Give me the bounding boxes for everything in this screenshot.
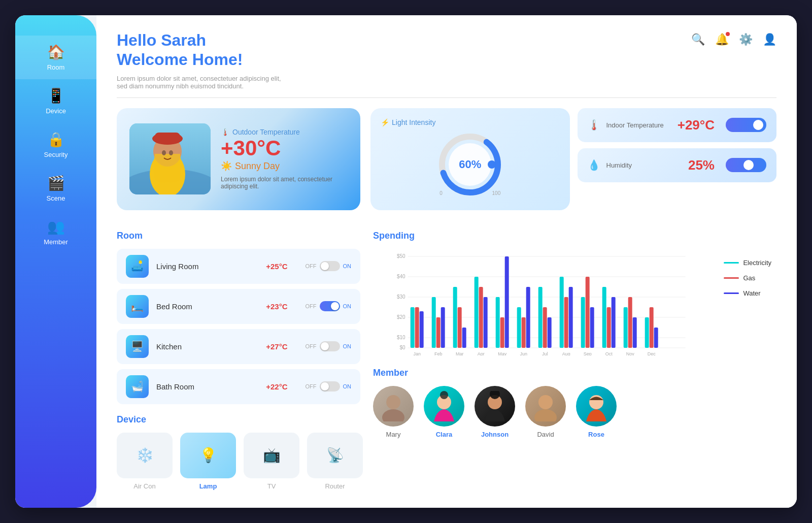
header: Hello Sarah Welcome Home! 🔍 🔔 ⚙️ 👤 [117, 30, 776, 70]
svg-point-72 [386, 395, 400, 409]
app-frame: 🏠 Room 📱 Device 🔒 Security 🎬 Scene 👥 Mem… [15, 15, 797, 508]
room-icon-bathroom: 🛁 [126, 375, 149, 398]
bathroom-toggle[interactable] [320, 381, 340, 391]
list-item[interactable]: ❄️ Air Con [117, 433, 173, 490]
sidebar-item-member[interactable]: 👥 Member [15, 210, 96, 254]
lightning-icon: ⚡ [381, 118, 389, 126]
subtitle: Lorem ipsum dolor sit amet, consectetuer… [117, 75, 776, 98]
list-item[interactable]: Rose [576, 386, 617, 438]
sun-icon: ☀️ [221, 160, 232, 172]
svg-rect-37 [500, 317, 504, 348]
sidebar-item-room[interactable]: 🏠 Room [15, 36, 96, 79]
indoor-temp-card: 🌡️ Indoor Temperature +29°C [578, 108, 777, 142]
lock-icon: 🔒 [47, 131, 65, 148]
humidity-toggle[interactable] [726, 158, 766, 172]
humidity-toggle-thumb [743, 160, 754, 170]
svg-rect-30 [453, 287, 457, 348]
bedroom-toggle[interactable] [320, 301, 340, 311]
list-item[interactable]: Mary [373, 386, 414, 438]
list-item[interactable]: David [525, 386, 566, 438]
svg-text:$0: $0 [400, 345, 406, 350]
sidebar-item-security[interactable]: 🔒 Security [15, 123, 96, 167]
svg-rect-49 [586, 277, 590, 348]
indoor-temp-toggle[interactable] [726, 118, 766, 132]
list-item[interactable]: Clara [424, 386, 464, 438]
indoor-thermometer-icon: 🌡️ [588, 119, 600, 131]
table-row[interactable]: 🛁 Bath Room +22°C OFF ON [117, 369, 360, 404]
list-item[interactable]: 📺 TV [244, 433, 299, 490]
svg-rect-44 [548, 317, 552, 348]
svg-rect-5 [155, 133, 180, 142]
svg-rect-53 [612, 297, 616, 348]
indoor-temp-info: Indoor Temperature [606, 121, 671, 129]
svg-point-6 [162, 150, 166, 155]
svg-rect-48 [581, 297, 585, 348]
device-icon-lamp: 💡 [180, 433, 236, 478]
svg-text:May: May [498, 351, 507, 355]
room-icon-bedroom: 🛏️ [126, 295, 149, 318]
sidebar-item-scene[interactable]: 🎬 Scene [15, 167, 96, 210]
living-toggle[interactable] [320, 261, 340, 271]
top-row: 🌡️ Outdoor Temperature +30°C ☀️ Sunny Da… [117, 108, 776, 210]
sidebar-item-device[interactable]: 📱 Device [15, 79, 96, 123]
room-list: 🛋️ Living Room +25°C OFF ON 🛏️ [117, 249, 360, 404]
gas-line [724, 277, 739, 279]
svg-rect-24 [411, 307, 415, 348]
device-label-router: Router [325, 482, 345, 490]
weather-card: 🌡️ Outdoor Temperature +30°C ☀️ Sunny Da… [117, 108, 360, 210]
indoor-temp-label: Indoor Temperature [606, 121, 671, 129]
svg-point-79 [534, 409, 557, 421]
chart-legend: Electricity Gas Water [719, 249, 776, 307]
gas-label: Gas [743, 274, 755, 282]
svg-point-11 [488, 160, 496, 169]
search-icon-btn[interactable]: 🔍 [691, 33, 705, 46]
svg-rect-58 [650, 307, 654, 348]
kitchen-toggle-control[interactable]: OFF ON [306, 341, 352, 351]
gauge-min: 0 [439, 190, 443, 196]
gauge-max: 100 [492, 190, 501, 196]
legend-gas: Gas [724, 274, 771, 282]
humidity-info: Humidity [606, 161, 682, 169]
member-name-mary: Mary [386, 431, 401, 438]
table-row[interactable]: 🛏️ Bed Room +23°C OFF ON [117, 289, 360, 324]
room-name-kitchen: Kitchen [156, 342, 258, 351]
list-item[interactable]: Johnson [475, 386, 515, 438]
svg-text:Dec: Dec [648, 351, 656, 355]
member-name-clara: Clara [436, 431, 453, 438]
electricity-label: Electricity [743, 259, 771, 267]
living-toggle-control[interactable]: OFF ON [306, 261, 352, 271]
device-section-title: Device [117, 414, 360, 425]
sidebar: 🏠 Room 📱 Device 🔒 Security 🎬 Scene 👥 Mem… [15, 15, 96, 508]
svg-point-78 [538, 395, 553, 409]
droplet-icon: 💧 [588, 159, 600, 171]
off-label: OFF [306, 383, 317, 389]
list-item[interactable]: 💡 Lamp [180, 433, 236, 490]
toggle-thumb [321, 342, 329, 350]
on-label: ON [343, 343, 352, 349]
svg-rect-28 [436, 317, 441, 348]
water-line [724, 292, 739, 294]
device-list: ❄️ Air Con 💡 Lamp 📺 TV [117, 433, 360, 490]
member-section-title: Member [373, 368, 776, 378]
room-section-title: Room [117, 231, 360, 241]
profile-icon-btn[interactable]: 👤 [763, 33, 776, 46]
table-row[interactable]: 🖥️ Kitchen +27°C OFF ON [117, 329, 360, 364]
svg-rect-27 [432, 297, 436, 348]
table-row[interactable]: 🛋️ Living Room +25°C OFF ON [117, 249, 360, 284]
bedroom-toggle-control[interactable]: OFF ON [306, 301, 352, 311]
weather-condition: ☀️ Sunny Day [221, 160, 348, 172]
notification-icon-btn[interactable]: 🔔 [715, 33, 729, 46]
kitchen-toggle[interactable] [320, 341, 340, 351]
greeting: Hello Sarah Welcome Home! [117, 30, 243, 70]
spending-chart-area: $50 $40 $30 $20 $10 $0 [373, 249, 776, 357]
list-item[interactable]: 📡 Router [307, 433, 363, 490]
chart-wrapper: $50 $40 $30 $20 $10 $0 [373, 249, 714, 357]
header-icons: 🔍 🔔 ⚙️ 👤 [691, 30, 776, 46]
bathroom-toggle-control[interactable]: OFF ON [306, 381, 352, 391]
settings-icon-btn[interactable]: ⚙️ [739, 33, 753, 46]
right-bottom: Spending $50 $40 $30 $20 $10 $0 [373, 220, 776, 490]
svg-rect-38 [505, 256, 509, 348]
room-name-living: Living Room [156, 262, 258, 271]
svg-rect-50 [590, 307, 594, 348]
svg-rect-36 [496, 297, 500, 348]
